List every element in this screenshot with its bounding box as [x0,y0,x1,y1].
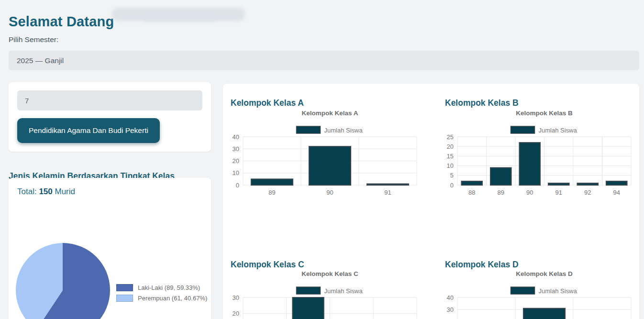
legend-label: Jumlah Siswa [324,287,363,295]
x-tick-label: 90 [526,189,533,196]
y-tick-label: 15 [447,153,454,160]
bar[interactable] [292,297,323,319]
legend-swatch [511,287,535,294]
y-tick-label: 0 [450,182,454,189]
y-tick-label: 20 [233,310,239,317]
male-legend-swatch [116,284,133,291]
legend-row-female: Perempuan (61, 40.67%) [116,293,207,303]
semester-select[interactable]: 2025 — Ganjil [9,51,639,70]
x-tick-label: 88 [468,189,475,196]
semester-label: Pilih Semester: [9,35,58,44]
bar[interactable] [367,184,409,185]
y-tick-label: 10 [447,162,454,169]
bar[interactable] [577,183,598,185]
dashboard-page: Selamat Datang Pilih Semester: 2025 — Ga… [0,0,644,319]
x-tick-label: 89 [498,189,504,196]
legend-swatch [511,126,535,133]
chart-card-heading-b: Kelompok Kelas B [445,98,519,108]
filter-card: Pendidikan Agama Dan Budi Pekerti [9,82,211,152]
y-tick-label: 30 [233,145,239,153]
grade-input[interactable] [17,90,202,110]
chart-title: Kelompok Kelas B [516,110,573,117]
page-title: Selamat Datang [9,14,114,30]
bar[interactable] [523,308,565,319]
x-tick-label: 90 [326,189,333,196]
x-tick-label: 92 [584,189,591,196]
bar[interactable] [490,168,511,185]
female-legend-label: Perempuan (61, 40.67%) [138,295,207,302]
bar[interactable] [519,143,540,185]
bar[interactable] [309,146,351,185]
subject-button[interactable]: Pendidikan Agama Dan Budi Pekerti [17,118,160,143]
bar[interactable] [251,179,293,185]
x-tick-label: 91 [384,189,391,196]
legend-swatch [297,126,321,133]
legend-label: Jumlah Siswa [539,287,577,295]
chart-title: Kelompok Kelas C [301,270,358,277]
total-value: 150 [39,187,52,196]
y-tick-label: 40 [233,133,239,141]
bar-chart-kelas-a: Kelompok Kelas AJumlah Siswa010203040899… [229,107,418,203]
y-tick-label: 5 [450,172,454,179]
y-tick-label: 30 [447,306,454,313]
male-legend-label: Laki-Laki (89, 59.33%) [138,284,200,291]
bar-chart-kelas-b: Kelompok Kelas BJumlah Siswa051015202588… [443,107,633,203]
legend-label: Jumlah Siswa [539,127,577,134]
y-tick-label: 40 [447,294,454,301]
y-tick-label: 30 [233,294,239,301]
bar[interactable] [548,183,569,185]
y-tick-label: 20 [447,143,454,150]
class-charts-panel: Kelompok Kelas A Kelompok Kelas B Kelomp… [223,84,639,319]
legend-label: Jumlah Siswa [324,127,363,134]
y-tick-label: 25 [447,133,454,141]
bar[interactable] [606,181,627,185]
legend-swatch [297,287,321,294]
x-tick-label: 89 [268,189,275,196]
y-tick-label: 0 [236,182,239,189]
x-tick-label: 94 [613,189,620,196]
bar-chart-kelas-c: Kelompok Kelas CJumlah Siswa0102030 [229,268,418,319]
bar-chart-kelas-d: Kelompok Kelas DJumlah Siswa010203040 [443,268,633,319]
x-tick-label: 91 [555,189,562,196]
total-students-line: Total: 150 Murid [17,187,75,197]
redacted-user-name-smudge [144,16,215,21]
legend-row-male: Laki-Laki (89, 59.33%) [116,282,207,293]
female-legend-swatch [116,295,133,302]
total-prefix: Total: [17,187,37,196]
chart-title: Kelompok Kelas A [301,110,358,117]
y-tick-label: 10 [233,169,239,176]
chart-card-heading-a: Kelompok Kelas A [231,98,304,108]
chart-title: Kelompok Kelas D [516,270,573,277]
gender-pie-chart[interactable] [16,243,110,319]
bar[interactable] [461,181,482,185]
total-suffix: Murid [55,187,75,196]
y-tick-label: 20 [233,157,239,165]
gender-chart-card: Total: 150 Murid Laki-Laki (89, 59.33%) … [9,178,211,319]
gender-pie-legend: Laki-Laki (89, 59.33%) Perempuan (61, 40… [116,282,207,303]
